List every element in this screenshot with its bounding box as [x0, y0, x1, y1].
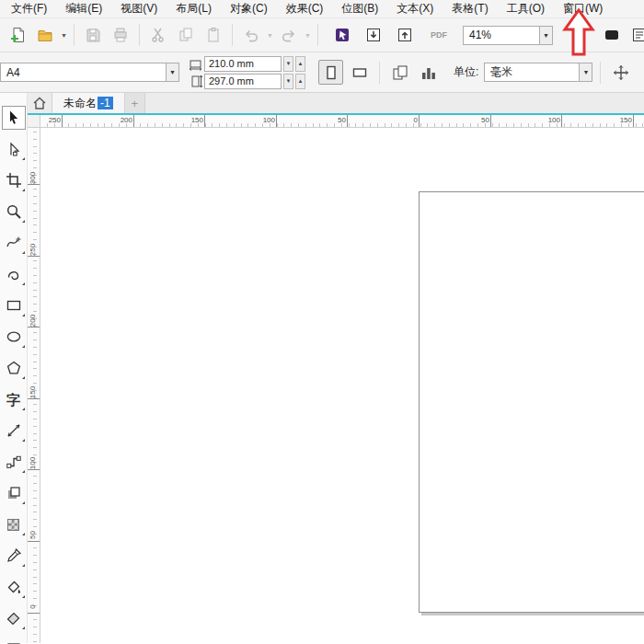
- units-caret[interactable]: ▼: [580, 63, 592, 82]
- copy-icon: [178, 27, 194, 43]
- current-page-button[interactable]: [416, 60, 441, 85]
- print-icon: [112, 27, 129, 43]
- redo-button[interactable]: [275, 22, 303, 48]
- color-eyedropper-tool[interactable]: [2, 544, 26, 568]
- menu-item[interactable]: 窗口(W): [554, 0, 612, 18]
- open-button[interactable]: [31, 22, 59, 48]
- redo-dropdown-caret[interactable]: ▼: [303, 22, 313, 48]
- undo-dropdown-caret[interactable]: ▼: [265, 22, 275, 48]
- transparency-tool[interactable]: [2, 512, 26, 536]
- export-icon: [397, 27, 413, 43]
- paste-button[interactable]: [200, 22, 227, 48]
- interactive-fill-tool[interactable]: [2, 575, 26, 599]
- page-width-field[interactable]: 210.0 mm: [204, 56, 282, 72]
- vertical-ruler-label: 100: [28, 469, 40, 470]
- document-tab[interactable]: 未命名 -1: [52, 93, 125, 113]
- toolbar-separator: [232, 24, 233, 46]
- full-screen-preview-icon: [604, 27, 620, 43]
- standard-toolbar: ▼ ▼ ▼ PDF 41% ▼: [0, 17, 644, 52]
- document-page[interactable]: [419, 191, 644, 613]
- landscape-button[interactable]: [347, 60, 372, 85]
- page-width-value: 210.0 mm: [209, 58, 254, 69]
- horizontal-ruler-label: 100: [276, 115, 277, 127]
- export-button[interactable]: [391, 22, 419, 48]
- page-preset-caret[interactable]: ▼: [167, 63, 179, 82]
- zoom-level-combobox[interactable]: 41%: [463, 26, 540, 45]
- cut-button[interactable]: [144, 22, 172, 48]
- ruler-origin-corner[interactable]: [28, 115, 40, 128]
- shape-tool[interactable]: [2, 137, 26, 161]
- page-width-icon: [189, 57, 202, 71]
- new-document-button[interactable]: [4, 22, 31, 48]
- new-page-label: +: [131, 97, 138, 110]
- zoom-tool[interactable]: [2, 200, 26, 224]
- horizontal-ruler-label: 150: [204, 115, 205, 127]
- horizontal-ruler-label: 150: [633, 115, 634, 127]
- menu-item[interactable]: 效果(C): [277, 0, 333, 18]
- page-width-increment[interactable]: ▲: [295, 56, 305, 72]
- print-button[interactable]: [107, 22, 134, 48]
- landscape-icon: [351, 64, 368, 81]
- menu-item[interactable]: 文件(F): [2, 0, 56, 18]
- menu-item[interactable]: 表格(T): [443, 0, 497, 18]
- page-height-value: 297.0 mm: [209, 75, 254, 86]
- save-button[interactable]: [79, 22, 107, 48]
- polygon-tool[interactable]: [2, 356, 26, 380]
- portrait-button[interactable]: [318, 60, 343, 85]
- drop-shadow-tool[interactable]: [2, 481, 26, 505]
- ellipse-tool[interactable]: [2, 325, 26, 349]
- ruler-area: 25020015010050050100150 3002502001501005…: [28, 115, 644, 643]
- rectangle-tool[interactable]: [2, 293, 26, 317]
- dimension-tool[interactable]: [2, 419, 26, 443]
- vertical-ruler-label: 300: [28, 184, 40, 185]
- fill-tool[interactable]: [2, 638, 26, 644]
- vertical-ruler: 300250200150100500: [28, 128, 40, 643]
- document-tab-bar: 未命名 -1 +: [28, 93, 644, 115]
- publish-pdf-icon: PDF: [431, 30, 447, 40]
- options-button[interactable]: [626, 22, 644, 48]
- connector-tool[interactable]: [2, 450, 26, 474]
- toolbox: 字: [0, 93, 28, 643]
- welcome-screen-button[interactable]: [328, 22, 356, 48]
- page-height-increment[interactable]: ▲: [295, 74, 305, 89]
- freehand-tool[interactable]: [2, 231, 26, 255]
- document-tab-suffix-selected: -1: [98, 97, 113, 109]
- menu-item[interactable]: 视图(V): [111, 0, 167, 18]
- home-tab-button[interactable]: [28, 93, 52, 113]
- vertical-ruler-label: 250: [28, 256, 40, 257]
- nudge-distance-button[interactable]: [608, 60, 633, 85]
- publish-pdf-button[interactable]: PDF: [422, 22, 455, 48]
- page-preset-combobox[interactable]: A4: [0, 63, 167, 82]
- zoom-level-caret[interactable]: ▼: [540, 26, 553, 45]
- menu-item[interactable]: 对象(C): [221, 0, 277, 18]
- page-width-decrement[interactable]: ▼: [283, 56, 293, 72]
- menu-item[interactable]: 布局(L): [167, 0, 221, 18]
- all-pages-button[interactable]: [387, 60, 412, 85]
- copy-button[interactable]: [172, 22, 200, 48]
- text-tool[interactable]: 字: [2, 387, 26, 411]
- full-screen-preview-button[interactable]: [598, 22, 626, 48]
- import-button[interactable]: [360, 22, 387, 48]
- menu-item[interactable]: 编辑(E): [56, 0, 111, 18]
- new-page-button[interactable]: +: [125, 93, 145, 113]
- horizontal-ruler-label: 200: [133, 115, 134, 127]
- menu-item[interactable]: 文本(X): [387, 0, 443, 18]
- page-height-icon: [189, 75, 202, 88]
- menu-item[interactable]: 位图(B): [332, 0, 387, 18]
- crop-tool[interactable]: [2, 168, 26, 192]
- menu-item[interactable]: 工具(O): [498, 0, 554, 18]
- open-dropdown-caret[interactable]: ▼: [59, 22, 69, 48]
- page-height-field[interactable]: 297.0 mm: [204, 74, 282, 89]
- smart-fill-tool[interactable]: [2, 606, 26, 630]
- drawing-canvas[interactable]: [40, 128, 644, 643]
- artistic-media-tool[interactable]: [2, 262, 26, 286]
- redo-icon: [281, 27, 297, 43]
- save-icon: [85, 27, 101, 43]
- nudge-arrows-icon: [613, 64, 629, 81]
- options-icon: [631, 27, 644, 43]
- pick-tool[interactable]: [2, 106, 26, 130]
- undo-button[interactable]: [237, 22, 265, 48]
- horizontal-ruler-label: 50: [347, 115, 348, 127]
- page-height-decrement[interactable]: ▼: [283, 74, 293, 89]
- units-combobox[interactable]: 毫米: [484, 63, 580, 82]
